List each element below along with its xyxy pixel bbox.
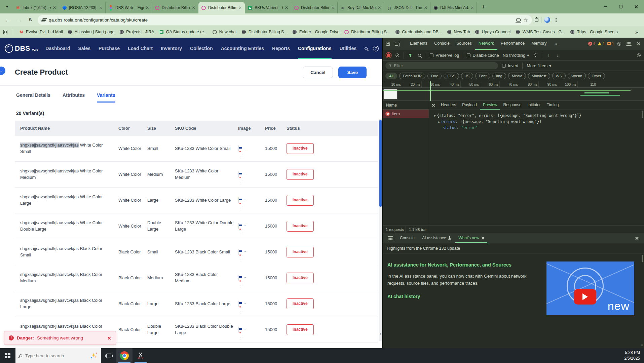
toast-close-icon[interactable] — [107, 336, 111, 340]
network-timeline[interactable]: 10 ms20 ms30 ms40 ms50 ms60 ms70 ms80 ms… — [383, 81, 644, 101]
request-type-chip[interactable]: All — [385, 73, 397, 79]
table-row[interactable]: shgxsajjsavsghcfkjlaasvcvkjas White Colo… — [15, 213, 378, 239]
device-toolbar-icon[interactable] — [394, 42, 400, 46]
article-heading[interactable]: AI assistance for Network, Performance, … — [387, 262, 541, 268]
bookmark-item[interactable]: Atlassian | Start page — [65, 28, 117, 36]
table-scrollbar[interactable]: ▼ — [379, 119, 382, 341]
request-type-chip[interactable]: Fetch/XHR — [399, 73, 425, 79]
detail-tab[interactable]: Headers — [438, 101, 459, 110]
bookmark-item[interactable]: Credentials and DB... — [392, 28, 444, 36]
nav-item[interactable]: Configurations — [298, 38, 332, 59]
bookmark-item[interactable]: Trips - Google Sheets — [568, 28, 620, 36]
devtools-close-icon[interactable] — [636, 42, 641, 45]
more-filters-dropdown[interactable]: More filters ▾ — [527, 63, 551, 68]
product-image-thumbnail[interactable] — [238, 223, 239, 229]
scrollbar-down-arrow-icon[interactable]: ▼ — [379, 333, 382, 335]
scrollbar-thumb[interactable] — [379, 120, 382, 207]
bookmark-item[interactable]: New Tab — [444, 28, 472, 36]
product-image-thumbnail[interactable] — [238, 327, 239, 332]
tab-search-chevron-icon[interactable]: ▾ — [3, 2, 11, 11]
request-type-chip[interactable]: Img — [492, 73, 506, 79]
devtools-tab[interactable]: Sources — [453, 38, 475, 50]
tab-close-icon[interactable] — [378, 6, 381, 9]
tab-close-icon[interactable] — [99, 6, 103, 9]
nav-item[interactable]: Inventory — [161, 38, 182, 59]
start-button[interactable] — [0, 348, 15, 363]
request-row-selected[interactable]: item — [383, 110, 429, 118]
taskbar-search-input[interactable] — [25, 353, 76, 358]
tab-close-icon[interactable] — [146, 6, 149, 9]
youtube-play-icon[interactable] — [574, 289, 596, 305]
bookmark-item[interactable]: Upaya Connect — [472, 28, 513, 36]
back-icon[interactable]: ← — [3, 15, 12, 24]
product-image-thumbnail[interactable] — [238, 249, 239, 255]
preview-scrollbar-thumb[interactable] — [642, 111, 643, 118]
request-type-chip[interactable]: JS — [461, 73, 473, 79]
nav-item[interactable]: Sales — [78, 38, 90, 59]
page-tab[interactable]: General Details — [16, 92, 50, 103]
tab-close-icon[interactable] — [53, 6, 56, 9]
request-type-chip[interactable]: Doc — [427, 73, 442, 79]
nav-item[interactable]: Accounting Entries — [221, 38, 264, 59]
address-bar[interactable]: qa.dbs.rosia.one/configuration/catalog/s… — [38, 15, 532, 25]
detail-tab[interactable]: Response — [500, 101, 524, 110]
bookmark-item[interactable]: Distributor Billing S... — [239, 28, 290, 36]
tab-close-icon[interactable] — [424, 6, 427, 9]
forward-icon[interactable]: → — [15, 15, 24, 24]
table-row[interactable]: shgxsajjsavsghcfkjlaasvcvkjas Black Colo… — [15, 265, 378, 291]
devtools-settings-gear-icon[interactable] — [616, 42, 622, 46]
help-icon[interactable]: ? — [373, 46, 379, 51]
nav-item[interactable]: Load Chart — [128, 38, 153, 59]
nav-item[interactable]: Reports — [272, 38, 290, 59]
requests-name-header[interactable]: Name — [383, 101, 429, 110]
network-overview-strip[interactable] — [383, 88, 644, 101]
request-type-chip[interactable]: WS — [552, 73, 566, 79]
status-badge[interactable]: Inactive — [287, 324, 314, 335]
bookmark-item[interactable]: Evolve Pvt. Ltd Mail — [16, 28, 65, 36]
tab-close-icon[interactable] — [285, 6, 288, 9]
drawer-close-icon[interactable] — [635, 236, 639, 240]
detail-tab[interactable]: Initiator — [524, 101, 543, 110]
article-subheading[interactable]: AI chat history — [387, 294, 541, 299]
browser-tab[interactable]: DBS Web – Figma — [106, 2, 152, 13]
table-row[interactable]: shgxsajjsavsghcfkjlaasvcvkjas White Colo… — [15, 162, 378, 188]
request-type-chip[interactable]: Media — [508, 73, 526, 79]
request-type-chip[interactable]: CSS — [444, 73, 459, 79]
status-badge[interactable]: Inactive — [287, 143, 314, 154]
request-type-chip[interactable]: Wasm — [568, 73, 586, 79]
nav-item[interactable]: Purchase — [99, 38, 120, 59]
table-row[interactable]: shgxsajjsavsghcfkjlaasvcvkjas Black Colo… — [15, 239, 378, 265]
table-row[interactable]: shgxsajjsavsghcfkjlaasvcvkjas White Colo… — [15, 188, 378, 213]
bookmark-item[interactable]: New chat — [210, 28, 239, 36]
browser-tab[interactable]: JSON Diff - The se — [384, 2, 430, 13]
devtools-menu-icon[interactable] — [626, 43, 632, 44]
bookmark-star-icon[interactable]: ☆ — [524, 17, 528, 23]
taskbar-snipping-tool-button[interactable] — [132, 348, 149, 363]
browser-tab[interactable]: DJI Mic Mini Adap — [430, 2, 477, 13]
product-image-thumbnail[interactable] — [238, 171, 239, 177]
error-count-badge[interactable]: 4 — [588, 42, 595, 46]
new-tab-button[interactable]: + — [479, 2, 488, 12]
request-type-chip[interactable]: Font — [475, 73, 490, 79]
record-network-icon[interactable] — [385, 53, 391, 57]
drawer-menu-icon[interactable] — [388, 238, 393, 239]
url-text[interactable]: qa.dbs.rosia.one/configuration/catalog/s… — [49, 17, 513, 23]
detail-tab[interactable]: Timing — [544, 101, 562, 110]
taskbar-search[interactable] — [15, 348, 101, 363]
video-thumbnail[interactable]: new — [546, 261, 634, 315]
browser-tab[interactable]: Distributor Billing — [291, 2, 338, 13]
inspect-element-icon[interactable] — [385, 42, 391, 46]
filter-toggle-icon[interactable] — [408, 54, 413, 57]
whats-new-close-icon[interactable] — [481, 236, 484, 239]
browser-tab[interactable]: Distributor Billing — [198, 2, 245, 13]
drawer-tab-whats-new[interactable]: What's new — [455, 233, 487, 243]
network-search-icon[interactable] — [417, 54, 422, 57]
extensions-icon[interactable] — [535, 18, 538, 22]
browser-menu-icon[interactable] — [556, 19, 557, 21]
more-panels-chevron-icon[interactable]: » — [553, 42, 559, 46]
send-to-device-icon[interactable] — [516, 18, 521, 22]
browser-tab[interactable]: Distributor Billing — [152, 2, 198, 13]
taskbar-clock[interactable]: 5:28 PM 2/5/2025 — [624, 348, 644, 363]
drawer-scrollbar-thumb[interactable] — [642, 255, 643, 262]
product-image-thumbnail[interactable] — [238, 301, 239, 307]
